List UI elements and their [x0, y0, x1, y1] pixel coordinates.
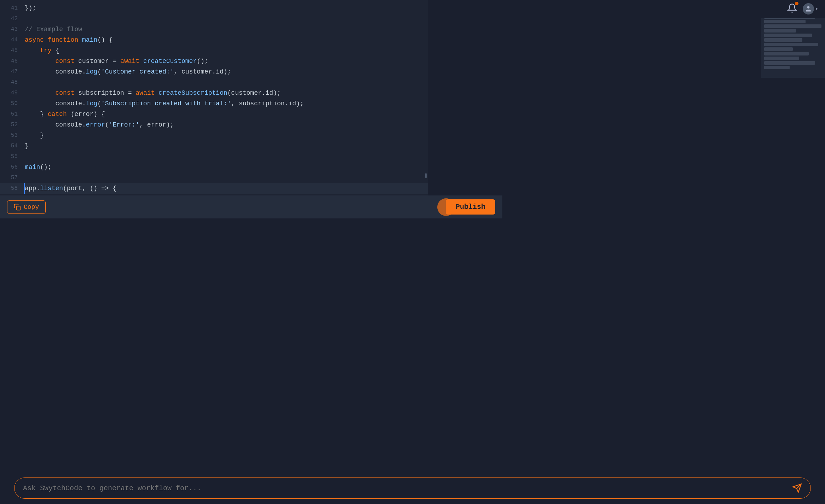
chevron-down-icon: ▾ — [815, 6, 818, 12]
line-number: 43 — [0, 24, 25, 35]
code-line: 51 } catch (error) { — [0, 109, 428, 119]
chat-input-area — [0, 472, 825, 504]
line-number: 46 — [0, 56, 25, 66]
line-number: 52 — [0, 119, 25, 130]
line-content: const subscription = await createSubscri… — [25, 88, 281, 98]
line-number: 54 — [0, 141, 25, 151]
code-line: 50 console.log('Subscription created wit… — [0, 98, 428, 109]
code-line: 49 const subscription = await createSubs… — [0, 88, 428, 98]
code-line: 44async function main() { — [0, 35, 428, 45]
line-content: } — [25, 130, 44, 141]
line-content: main(); — [25, 162, 52, 172]
send-button[interactable] — [792, 483, 802, 493]
svg-point-0 — [807, 6, 809, 9]
line-content: try { — [25, 45, 59, 56]
chat-input[interactable] — [23, 484, 792, 492]
line-number: 50 — [0, 98, 25, 109]
code-line: 42 — [0, 13, 428, 24]
code-line: 57 — [0, 172, 428, 183]
line-content — [25, 172, 29, 183]
line-number: 56 — [0, 162, 25, 172]
code-line: 45 try { — [0, 45, 428, 56]
line-number: 45 — [0, 45, 25, 56]
line-content — [25, 151, 29, 162]
mini-code-preview — [761, 14, 825, 78]
copy-icon — [14, 204, 21, 211]
header: ▾ — [754, 0, 825, 18]
line-content — [25, 13, 29, 24]
line-content: async function main() { — [25, 35, 112, 45]
chat-input-container — [14, 477, 811, 499]
publish-area: Publish — [446, 199, 495, 215]
line-number: 57 — [0, 172, 25, 183]
line-content: }); — [25, 3, 36, 13]
notification-badge — [795, 2, 798, 5]
code-line: 53 } — [0, 130, 428, 141]
empty-content-area — [0, 218, 825, 472]
line-content: console.error('Error:', error); — [25, 119, 174, 130]
code-line: 41}); — [0, 3, 428, 13]
code-line: 52 console.error('Error:', error); — [0, 119, 428, 130]
code-line: 56main(); — [0, 162, 428, 172]
line-content: const customer = await createCustomer(); — [25, 56, 208, 66]
copy-label: Copy — [24, 204, 39, 211]
code-line: 46 const customer = await createCustomer… — [0, 56, 428, 66]
code-line: 54} — [0, 141, 428, 151]
code-line: 48 — [0, 77, 428, 88]
line-content: // Example flow — [25, 24, 82, 35]
copy-button[interactable]: Copy — [7, 200, 46, 214]
line-number: 51 — [0, 109, 25, 119]
line-number: 41 — [0, 3, 25, 13]
code-line: 43// Example flow — [0, 24, 428, 35]
line-number: 58 — [0, 183, 25, 194]
bottom-toolbar: Copy Publish — [0, 195, 502, 218]
code-line: 55 — [0, 151, 428, 162]
line-number: 55 — [0, 151, 25, 162]
line-content — [25, 77, 29, 88]
active-line-indicator — [24, 183, 25, 194]
line-number: 53 — [0, 130, 25, 141]
svg-rect-1 — [17, 206, 21, 210]
line-content: console.log('Subscription created with t… — [25, 98, 304, 109]
scroll-indicator — [425, 173, 427, 178]
code-line: 58app.listen(port, () => { — [0, 183, 428, 194]
line-content: console.log('Customer created:', custome… — [25, 66, 231, 77]
avatar — [803, 3, 814, 14]
bell-icon — [787, 8, 797, 15]
line-content: app.listen(port, () => { — [25, 183, 116, 194]
publish-button[interactable]: Publish — [446, 199, 495, 215]
code-editor: 41});42 43// Example flow44async functio… — [0, 0, 428, 216]
notification-bell[interactable] — [787, 3, 797, 15]
publish-label: Publish — [456, 203, 485, 211]
user-avatar-wrapper[interactable]: ▾ — [803, 3, 818, 14]
line-number: 47 — [0, 66, 25, 77]
line-number: 49 — [0, 88, 25, 98]
line-number: 44 — [0, 35, 25, 45]
line-number: 48 — [0, 77, 25, 88]
line-content: } — [25, 141, 29, 151]
code-line: 47 console.log('Customer created:', cust… — [0, 66, 428, 77]
line-number: 42 — [0, 13, 25, 24]
code-lines: 41});42 43// Example flow44async functio… — [0, 0, 428, 216]
send-icon — [792, 483, 802, 493]
line-content: } catch (error) { — [25, 109, 105, 119]
